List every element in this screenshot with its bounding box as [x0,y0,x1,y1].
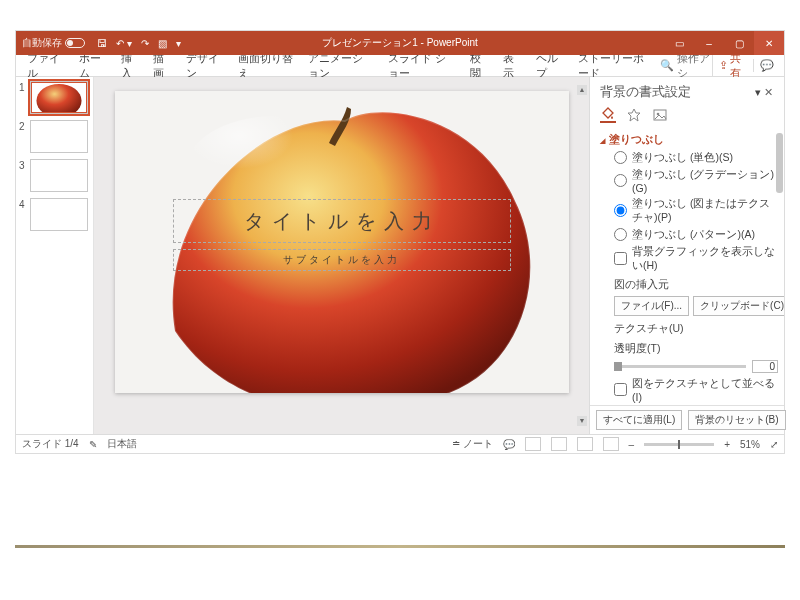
tab-help[interactable]: ヘルプ [529,55,571,76]
sorter-view-button[interactable] [551,437,567,451]
fill-picture-option[interactable]: 塗りつぶし (図またはテクスチャ)(P) [600,195,778,226]
slide-thumbnails-panel: 1 2 3 4 [16,77,94,434]
language-indicator[interactable]: 日本語 [107,437,137,451]
autosave-switch-icon [65,38,85,48]
tab-file[interactable]: ファイル [20,55,72,76]
tab-review[interactable]: 校閲 [463,55,496,76]
slide-thumbnail-3[interactable] [30,159,88,192]
autosave-label: 自動保存 [22,36,62,50]
tab-transitions[interactable]: 画面切り替え [231,55,301,76]
fill-category-icon[interactable] [600,107,616,123]
tab-animations[interactable]: アニメーション [301,55,381,76]
comments-button[interactable]: 💬 [753,59,780,72]
title-placeholder-text: タイトルを入力 [244,208,440,235]
subtitle-placeholder[interactable]: サブタイトルを入力 [173,249,511,271]
transparency-slider[interactable] [614,365,746,368]
thumb-number: 1 [19,81,27,93]
title-bar: 自動保存 🖫 ↶ ▾ ↷ ▧ ▾ プレゼンテーション1 - PowerPoint… [16,31,784,55]
insert-from-clipboard-button[interactable]: クリップボード(C) [693,296,784,316]
tile-label: 図をテクスチャとして並べる(I) [632,377,778,403]
apply-to-all-button[interactable]: すべてに適用(L) [596,410,682,430]
qat-more-icon[interactable]: ▾ [176,38,181,49]
thumb-number: 2 [19,120,27,132]
tile-as-texture-option[interactable]: 図をテクスチャとして並べる(I) [600,375,778,404]
tab-slideshow[interactable]: スライド ショー [381,55,463,76]
fill-pattern-label: 塗りつぶし (パターン)(A) [632,228,755,242]
title-placeholder[interactable]: タイトルを入力 [173,199,511,243]
share-label: 共有 [730,51,747,81]
share-icon: ⇪ [719,59,728,72]
picture-category-icon[interactable] [652,107,668,123]
redo-icon[interactable]: ↷ [141,38,149,49]
zoom-slider[interactable] [644,443,714,446]
fill-pattern-option[interactable]: 塗りつぶし (パターン)(A) [600,226,778,243]
fill-gradient-option[interactable]: 塗りつぶし (グラデーション)(G) [600,166,778,195]
slideshow-view-button[interactable] [603,437,619,451]
main-area: 1 2 3 4 [16,77,784,434]
pane-close-button[interactable]: ✕ [761,86,776,98]
slide-editor: タイトルを入力 サブタイトルを入力 ▲ ▼ [94,77,589,434]
tab-insert[interactable]: 挿入 [114,55,147,76]
maximize-button[interactable]: ▢ [724,31,754,55]
tab-storyboard[interactable]: ストーリーボード [571,55,660,76]
editor-vertical-scrollbar[interactable]: ▲ ▼ [577,85,587,426]
comments-status-icon[interactable]: 💬 [503,439,515,450]
thumb-number: 3 [19,159,27,171]
zoom-percent[interactable]: 51% [740,439,760,450]
scroll-up-icon[interactable]: ▲ [577,85,587,95]
save-icon[interactable]: 🖫 [97,38,107,49]
fill-gradient-label: 塗りつぶし (グラデーション)(G) [632,168,778,194]
fill-solid-label: 塗りつぶし (単色)(S) [632,151,733,165]
tab-view[interactable]: 表示 [496,55,529,76]
tab-draw[interactable]: 描画 [146,55,179,76]
texture-label: テクスチャ(U) [600,318,778,338]
share-button[interactable]: ⇪ 共有 [712,51,753,81]
svg-marker-4 [628,109,640,121]
tell-me-label: 操作アシ [677,51,712,81]
slide-thumbnail-4[interactable] [30,198,88,231]
spellcheck-icon[interactable]: ✎ [89,439,97,450]
effects-category-icon[interactable] [626,107,642,123]
fill-solid-option[interactable]: 塗りつぶし (単色)(S) [600,149,778,166]
search-icon: 🔍 [660,59,674,72]
quick-access-toolbar: 🖫 ↶ ▾ ↷ ▧ ▾ [97,38,181,49]
hide-bg-graphics-option[interactable]: 背景グラフィックを表示しない(H) [600,243,778,274]
minimize-button[interactable]: – [694,31,724,55]
hide-bg-label: 背景グラフィックを表示しない(H) [632,245,778,273]
ribbon-display-options-icon[interactable]: ▭ [664,31,694,55]
pane-vertical-scrollbar[interactable] [774,129,784,405]
notes-toggle[interactable]: ≐ ノート [452,437,493,451]
picture-source-label: 図の挿入元 [600,274,778,294]
reading-view-button[interactable] [577,437,593,451]
slide-thumbnail-1[interactable] [30,81,88,114]
offset-left-label: オフセット (左)(L) [600,404,778,405]
normal-view-button[interactable] [525,437,541,451]
tell-me-search[interactable]: 🔍 操作アシ [660,51,712,81]
format-background-pane: 背景の書式設定 ▾ ✕ 塗りつぶし 塗りつぶし (単色)(S) 塗りつぶし (グ… [589,77,784,434]
zoom-in-button[interactable]: + [724,439,730,450]
ribbon-tabs: ファイル ホーム 挿入 描画 デザイン 画面切り替え アニメーション スライド … [16,55,784,77]
transparency-label: 透明度(T) [600,338,778,358]
autosave-toggle[interactable]: 自動保存 [22,36,85,50]
slide-counter[interactable]: スライド 1/4 [22,437,79,451]
reset-background-button[interactable]: 背景のリセット(B) [688,410,785,430]
fit-to-window-button[interactable]: ⤢ [770,439,778,450]
close-button[interactable]: ✕ [754,31,784,55]
slide-thumbnail-2[interactable] [30,120,88,153]
status-bar: スライド 1/4 ✎ 日本語 ≐ ノート 💬 – + 51% ⤢ [16,434,784,453]
tab-design[interactable]: デザイン [179,55,231,76]
scroll-down-icon[interactable]: ▼ [577,416,587,426]
zoom-out-button[interactable]: – [629,439,635,450]
fill-group-header[interactable]: 塗りつぶし [600,131,778,149]
undo-icon[interactable]: ↶ ▾ [116,38,132,49]
subtitle-placeholder-text: サブタイトルを入力 [283,253,400,267]
fill-picture-label: 塗りつぶし (図またはテクスチャ)(P) [632,197,778,225]
comment-icon: 💬 [760,59,774,71]
pane-title: 背景の書式設定 [600,83,755,101]
slide-canvas[interactable]: タイトルを入力 サブタイトルを入力 [115,91,569,393]
thumb-number: 4 [19,198,27,210]
slideshow-start-icon[interactable]: ▧ [158,38,167,49]
insert-from-file-button[interactable]: ファイル(F)... [614,296,689,316]
tab-home[interactable]: ホーム [72,55,114,76]
